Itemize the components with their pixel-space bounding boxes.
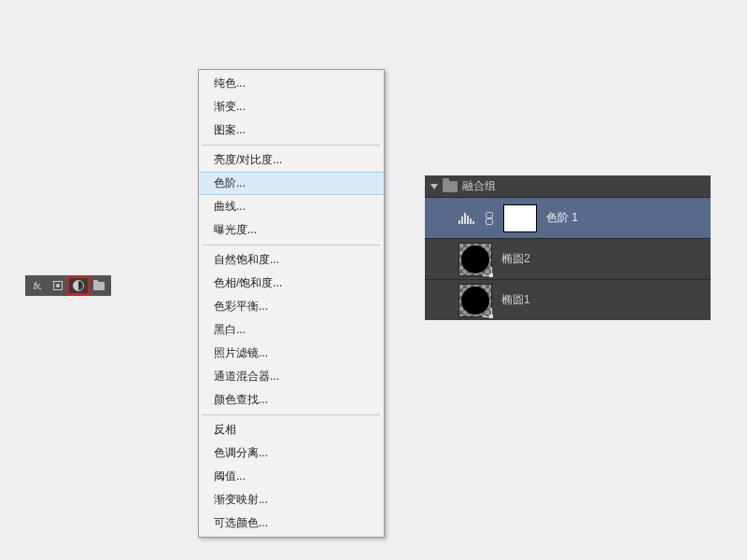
- layer-thumbnail[interactable]: [458, 243, 492, 276]
- folder-icon: [93, 282, 105, 290]
- group-name: 融合组: [462, 178, 496, 194]
- menu-item-solid-color[interactable]: 纯色...: [199, 72, 384, 95]
- menu-item-photo-filter[interactable]: 照片滤镜...: [199, 342, 384, 365]
- layers-panel: 融合组 色阶 1 椭圆2 椭圆1: [425, 175, 711, 320]
- menu-item-selective-color[interactable]: 可选颜色...: [199, 511, 384, 535]
- layer-mask-thumbnail[interactable]: [503, 204, 537, 232]
- menu-item-posterize[interactable]: 色调分离...: [199, 441, 384, 465]
- menu-item-hue-saturation[interactable]: 色相/饱和度...: [199, 272, 384, 295]
- link-icon[interactable]: [485, 212, 494, 225]
- vector-badge-icon: [483, 308, 492, 317]
- folder-icon: [443, 181, 458, 192]
- menu-item-exposure[interactable]: 曝光度...: [199, 218, 384, 242]
- add-mask-button[interactable]: [48, 277, 68, 294]
- menu-item-invert[interactable]: 反相: [199, 418, 384, 441]
- menu-separator: [203, 145, 380, 146]
- fx-button[interactable]: fx.: [27, 277, 48, 294]
- layers-footer-toolbar: fx.: [25, 275, 111, 296]
- menu-item-vibrance[interactable]: 自然饱和度...: [199, 248, 384, 272]
- menu-separator: [203, 245, 380, 245]
- menu-item-gradient[interactable]: 渐变...: [199, 95, 384, 119]
- add-adjustment-layer-button[interactable]: [68, 277, 89, 294]
- new-group-button[interactable]: [89, 277, 109, 294]
- menu-item-gradient-map[interactable]: 渐变映射...: [199, 488, 384, 511]
- layer-name: 椭圆1: [501, 292, 530, 308]
- menu-item-color-lookup[interactable]: 颜色查找...: [199, 388, 384, 412]
- layer-group-row[interactable]: 融合组: [425, 175, 711, 197]
- menu-item-threshold[interactable]: 阈值...: [199, 465, 384, 488]
- layer-row-levels[interactable]: 色阶 1: [425, 197, 711, 238]
- layer-thumbnail[interactable]: [458, 284, 492, 317]
- menu-item-black-white[interactable]: 黑白...: [199, 318, 384, 342]
- menu-item-channel-mixer[interactable]: 通道混合器...: [199, 365, 384, 388]
- menu-item-curves[interactable]: 曲线...: [199, 195, 384, 218]
- collapse-toggle-icon[interactable]: [430, 184, 438, 189]
- menu-item-levels[interactable]: 色阶...: [199, 172, 384, 195]
- layer-name: 椭圆2: [501, 251, 530, 267]
- vector-badge-icon: [483, 267, 492, 276]
- layer-name: 色阶 1: [546, 210, 578, 226]
- levels-icon: [458, 213, 475, 224]
- menu-separator: [203, 414, 380, 415]
- menu-item-color-balance[interactable]: 色彩平衡...: [199, 295, 384, 318]
- layer-row-ellipse-2[interactable]: 椭圆2: [425, 238, 711, 279]
- adjustment-layer-menu: 纯色... 渐变... 图案... 亮度/对比度... 色阶... 曲线... …: [198, 69, 385, 538]
- fx-icon: fx.: [34, 280, 42, 291]
- menu-item-brightness-contrast[interactable]: 亮度/对比度...: [199, 148, 384, 172]
- layer-row-ellipse-1[interactable]: 椭圆1: [425, 279, 711, 320]
- mask-icon: [53, 281, 63, 290]
- adjustment-icon: [73, 280, 84, 291]
- menu-item-pattern[interactable]: 图案...: [199, 119, 384, 142]
